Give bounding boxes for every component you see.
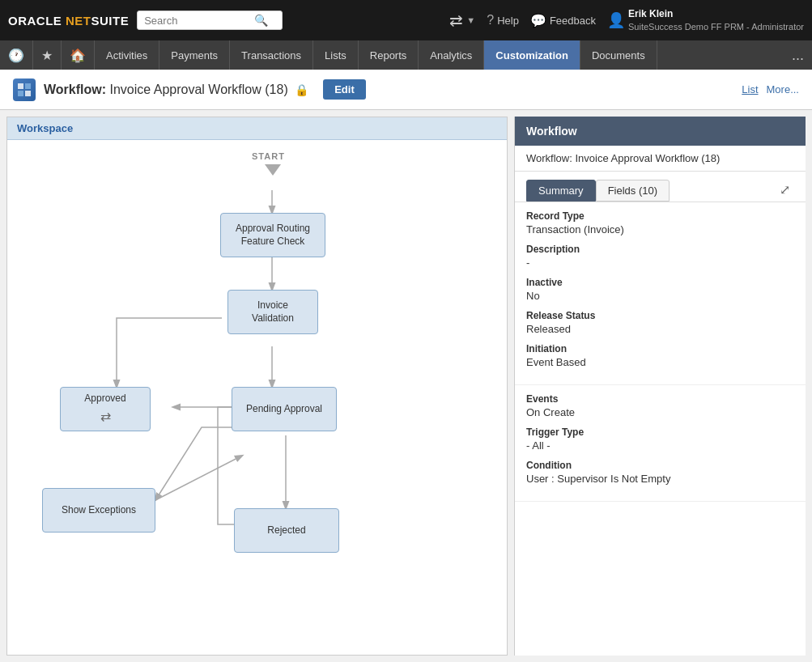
- user-info: Erik Klein SuiteSuccess Demo FF PRM - Ad…: [628, 7, 804, 33]
- edit-button[interactable]: Edit: [323, 79, 366, 100]
- nav-transactions[interactable]: Transactions: [230, 40, 313, 70]
- panel-expand-btn[interactable]: ⤢: [776, 178, 794, 202]
- tab-summary[interactable]: Summary: [526, 180, 596, 202]
- field-condition: Condition User : Supervisor Is Not Empty: [526, 460, 794, 485]
- user-avatar-icon: 👤: [607, 11, 625, 29]
- nav-home-btn[interactable]: 🏠: [62, 40, 95, 70]
- help-icon: ?: [487, 13, 494, 28]
- feedback-btn[interactable]: 💬 Feedback: [530, 13, 596, 28]
- nav-documents[interactable]: Documents: [580, 40, 657, 70]
- approved-node[interactable]: Approved ⇄: [60, 387, 151, 431]
- right-panel: Workflow Workflow: Invoice Approval Work…: [514, 117, 806, 656]
- nav-reports[interactable]: Reports: [359, 40, 419, 70]
- title-rest: Invoice Approval Workflow (18): [106, 83, 288, 96]
- start-arrow: [265, 164, 281, 176]
- workspace-panel: Workspace: [6, 117, 508, 656]
- notifications-icon: ⇄: [449, 11, 463, 30]
- nav-lists[interactable]: Lists: [313, 40, 359, 70]
- nav-documents-label: Documents: [592, 49, 645, 62]
- top-bar: ORACLE NETSUITE 🔍 ⇄ ▼ ? Help 💬 Feedback …: [0, 0, 812, 40]
- nav-recent-btn[interactable]: 🕐: [0, 40, 33, 70]
- nav-lists-label: Lists: [325, 49, 346, 62]
- nav-activities[interactable]: Activities: [95, 40, 159, 70]
- search-box[interactable]: 🔍: [137, 11, 283, 30]
- nav-analytics-label: Analytics: [430, 49, 472, 62]
- panel-events-section: Events On Create Trigger Type - All - Co…: [515, 385, 806, 502]
- nav-payments[interactable]: Payments: [159, 40, 230, 70]
- field-inactive: Inactive No: [526, 277, 794, 302]
- oracle-netsuite-logo: ORACLE NETSUITE: [8, 14, 129, 28]
- nav-activities-label: Activities: [106, 49, 147, 62]
- svg-rect-0: [18, 83, 23, 89]
- field-record-type: Record Type Transaction (Invoice): [526, 210, 794, 236]
- field-trigger-type: Trigger Type - All -: [526, 426, 794, 452]
- help-btn[interactable]: ? Help: [487, 13, 519, 28]
- search-icon: 🔍: [254, 14, 268, 27]
- start-label: START: [252, 151, 285, 161]
- list-link[interactable]: List: [742, 83, 758, 95]
- user-role: SuiteSuccess Demo FF PRM - Administrator: [628, 21, 804, 33]
- svg-rect-1: [25, 83, 31, 89]
- nav-transactions-label: Transactions: [241, 49, 301, 62]
- feedback-icon: 💬: [530, 13, 546, 28]
- invoice-validation-node[interactable]: InvoiceValidation: [227, 290, 318, 334]
- nav-analytics[interactable]: Analytics: [419, 40, 484, 70]
- nav-customization[interactable]: Customization: [484, 40, 580, 70]
- panel-subheader: Workflow: Invoice Approval Workflow (18): [515, 146, 806, 172]
- pending-approval-node[interactable]: Pending Approval: [232, 387, 337, 431]
- panel-fields-section: Record Type Transaction (Invoice) Descri…: [515, 202, 806, 385]
- rejected-node[interactable]: Rejected: [234, 508, 339, 553]
- panel-tabs-row: Summary Fields (10) ⤢: [515, 172, 806, 202]
- page-title: Workflow: Invoice Approval Workflow (18)…: [44, 83, 308, 97]
- svg-rect-2: [18, 91, 23, 96]
- tab-fields[interactable]: Fields (10): [596, 180, 670, 202]
- field-description: Description -: [526, 244, 794, 269]
- field-release-status: Release Status Released: [526, 310, 794, 335]
- search-input[interactable]: [144, 15, 249, 27]
- user-menu[interactable]: 👤 Erik Klein SuiteSuccess Demo FF PRM - …: [607, 7, 804, 33]
- title-bold: Workflow:: [44, 83, 106, 96]
- star-icon: ★: [41, 48, 53, 63]
- show-exceptions-node[interactable]: Show Exceptions: [42, 488, 155, 533]
- workspace-canvas[interactable]: START Approval RoutingFeature Check Invo…: [7, 140, 507, 653]
- recent-icon: 🕐: [8, 48, 24, 63]
- notifications-btn[interactable]: ⇄ ▼: [449, 11, 475, 30]
- home-icon: 🏠: [70, 48, 86, 63]
- field-events: Events On Create: [526, 393, 794, 418]
- main-content: Workspace: [0, 110, 812, 662]
- nav-payments-label: Payments: [171, 49, 218, 62]
- page-header: Workflow: Invoice Approval Workflow (18)…: [0, 70, 812, 110]
- svg-line-9: [155, 456, 242, 500]
- field-initiation: Initiation Event Based: [526, 343, 794, 368]
- header-actions: List More...: [742, 83, 799, 95]
- workspace-header: Workspace: [7, 117, 507, 140]
- more-dropdown[interactable]: More...: [767, 83, 799, 95]
- approval-routing-node[interactable]: Approval RoutingFeature Check: [220, 213, 325, 257]
- more-icon: ...: [792, 47, 804, 64]
- panel-header: Workflow: [515, 117, 806, 146]
- nav-favorites-btn[interactable]: ★: [33, 40, 62, 70]
- svg-rect-3: [25, 91, 31, 96]
- nav-more-btn[interactable]: ...: [784, 40, 812, 70]
- nav-customization-label: Customization: [495, 49, 568, 62]
- nav-reports-label: Reports: [370, 49, 407, 62]
- workflow-icon: [13, 79, 36, 101]
- navbar: 🕐 ★ 🏠 Activities Payments Transactions L…: [0, 40, 812, 70]
- user-name: Erik Klein: [628, 7, 804, 21]
- topbar-actions: ⇄ ▼ ? Help 💬 Feedback 👤 Erik Klein Suite…: [449, 7, 804, 33]
- lock-icon: 🔒: [295, 83, 308, 96]
